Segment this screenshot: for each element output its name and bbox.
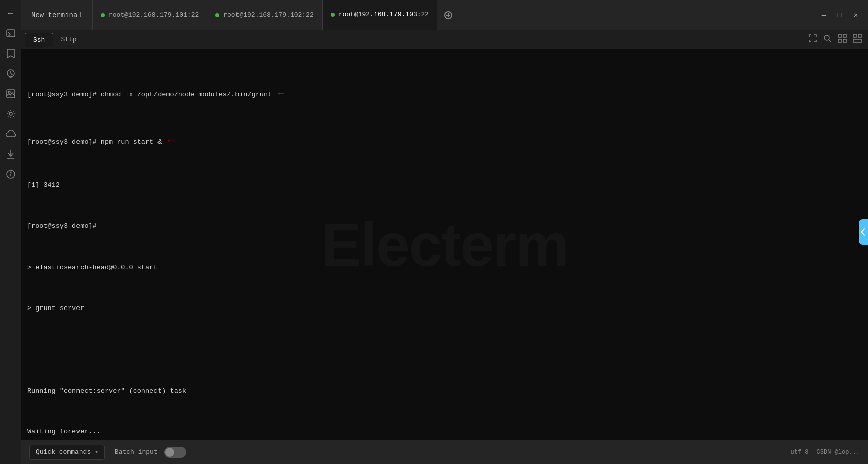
svg-rect-16 — [838, 34, 841, 37]
tab-103[interactable]: root@192.168.179.103:22 — [323, 0, 437, 30]
svg-line-15 — [829, 40, 831, 42]
batch-input-area: Batch input — [115, 447, 186, 458]
minimize-button[interactable]: — — [818, 9, 830, 21]
history-icon[interactable] — [2, 64, 20, 83]
svg-point-4 — [8, 91, 10, 93]
terminal-line-8: Running "connect:server" (connect) task — [27, 386, 862, 397]
close-button[interactable]: ✕ — [850, 9, 862, 21]
svg-point-10 — [10, 172, 11, 173]
restore-button[interactable]: □ — [834, 9, 846, 21]
svg-rect-19 — [843, 39, 846, 42]
tab-bar: New terminal root@192.168.179.101:22 roo… — [21, 0, 818, 30]
svg-rect-22 — [853, 39, 861, 42]
titlebar: New terminal root@192.168.179.101:22 roo… — [21, 0, 868, 30]
svg-point-14 — [824, 35, 829, 40]
bookmark-icon[interactable] — [2, 44, 20, 62]
tab-new-terminal[interactable]: New terminal — [21, 0, 93, 30]
sidebar: ← — [0, 0, 21, 464]
tab-102[interactable]: root@192.168.179.102:22 — [207, 0, 322, 30]
add-tab-button[interactable] — [439, 6, 457, 24]
main-area: New terminal root@192.168.179.101:22 roo… — [21, 0, 868, 464]
csdn-status: CSDN @lop... — [817, 449, 860, 456]
svg-rect-18 — [838, 39, 841, 42]
batch-input-toggle[interactable] — [164, 447, 186, 458]
tab-ssh[interactable]: Ssh — [25, 33, 53, 47]
svg-rect-17 — [843, 34, 846, 37]
svg-rect-21 — [858, 34, 861, 37]
toolbar: Ssh Sftp — [21, 30, 868, 49]
back-icon[interactable]: ← — [2, 4, 20, 22]
quick-commands-button[interactable]: Quick commands ▾ — [29, 445, 105, 460]
tab-dot-103 — [331, 13, 335, 17]
terminal-line-4: [root@ssy3 demo]# — [27, 221, 862, 232]
tab-dot-101 — [101, 13, 105, 17]
tab-sftp[interactable]: Sftp — [53, 33, 85, 46]
tab-101[interactable]: root@192.168.179.101:22 — [93, 0, 207, 30]
quick-commands-label: Quick commands — [36, 448, 91, 456]
new-terminal-label: New terminal — [31, 11, 82, 19]
minus-icon[interactable] — [853, 34, 862, 45]
terminal-line-3: [1] 3412 — [27, 180, 862, 191]
right-panel-toggle[interactable] — [859, 219, 868, 245]
terminal-icon[interactable] — [2, 24, 20, 42]
tab-label-101: root@192.168.179.101:22 — [109, 11, 199, 19]
toolbar-right — [808, 34, 868, 45]
download-icon[interactable] — [2, 145, 20, 163]
terminal-line-1: [root@ssy3 demo]# chmod +x /opt/demo/nod… — [27, 85, 862, 102]
terminal-area[interactable]: Electerm [root@ssy3 demo]# chmod +x /opt… — [21, 49, 868, 440]
tab-label-103: root@192.168.179.103:22 — [339, 11, 429, 18]
cloud-icon[interactable] — [2, 125, 20, 143]
gallery-icon[interactable] — [2, 85, 20, 103]
status-bar: utf-8 CSDN @lop... — [791, 449, 860, 456]
svg-point-5 — [9, 112, 12, 115]
bottombar: Quick commands ▾ Batch input utf-8 CSDN … — [21, 440, 868, 464]
expand-icon[interactable] — [808, 34, 817, 45]
tab-dot-102 — [215, 13, 219, 17]
settings-icon[interactable] — [2, 105, 20, 123]
quick-commands-arrow: ▾ — [95, 449, 98, 455]
svg-rect-0 — [7, 30, 15, 37]
terminal-line-5: > elasticsearch-head@0.0.0 start — [27, 263, 862, 273]
terminal-line-2: [root@ssy3 demo]# npm run start &← — [27, 133, 862, 150]
window-controls: — □ ✕ — [818, 9, 868, 21]
terminal-line-9: Waiting forever... — [27, 427, 862, 437]
svg-rect-20 — [853, 34, 856, 37]
terminal-line-6: > grunt server — [27, 303, 862, 314]
terminal-output: [root@ssy3 demo]# chmod +x /opt/demo/nod… — [27, 54, 862, 440]
terminal-line-7 — [27, 345, 862, 355]
encoding-status: utf-8 — [791, 449, 809, 456]
batch-input-label: Batch input — [115, 448, 158, 456]
tab-label-102: root@192.168.179.102:22 — [223, 11, 313, 19]
info-icon[interactable] — [2, 165, 20, 183]
grid-icon[interactable] — [838, 34, 847, 45]
search-icon[interactable] — [823, 34, 832, 45]
